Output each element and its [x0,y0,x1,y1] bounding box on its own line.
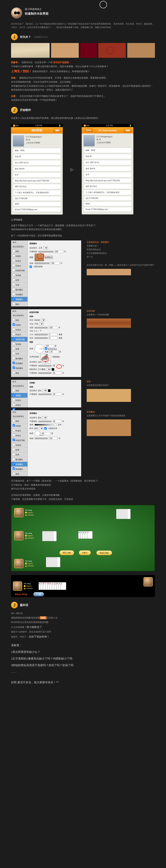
field-sex[interactable]: 性别 男 [84,154,132,159]
ps-style-item[interactable]: 内发光 [11,332,28,337]
ps-style-item[interactable]: 渐变叠加 [11,462,28,467]
ps-style-item[interactable]: 内发光 [11,263,28,268]
field-sex[interactable]: 性别 男 [13,154,61,159]
ps-panel-4-row: 样式 混合选项:默认 投影 内阴影 外发光 内发光 斜面和浮雕 等高线 纹理 光… [11,410,155,476]
ps-style-item[interactable]: 渐变叠加 [11,292,28,297]
ps-style-item[interactable]: 等高线 [11,273,28,278]
field-email[interactable]: Email 277081290@qq.com [84,207,132,212]
ps-style-item[interactable]: 纹理 [11,278,28,282]
field-car[interactable]: 车平 [84,172,132,177]
ps-style-item[interactable]: 投影 [11,318,28,322]
ps-style-item[interactable]: 外发光 [11,258,28,263]
gradient-picker[interactable] [35,424,53,426]
ps-style-item[interactable]: 颜色叠加 [11,356,28,361]
ps-style-item[interactable]: 内阴影 [11,254,28,258]
ps-style-item[interactable]: 光泽 [11,282,28,287]
footer-greeting: 好吧 废话不多说，祝大家新年快乐！^^ [11,681,155,684]
ps-style-item[interactable]: 渐变叠加 [11,361,28,366]
phone-navbar: Back My Information 编辑 [82,127,133,133]
author-avatar [11,7,22,19]
ps-style-item[interactable]: 内阴影 [11,393,28,398]
ps-style-item[interactable]: 图案叠加 [11,467,28,471]
ps-style-item[interactable]: 样式 [11,241,28,245]
ps-style-item[interactable]: 描边 [11,371,28,375]
ps-style-item[interactable]: 外发光 [11,398,28,403]
step1-text: 金盖字不要超过个文字，一个都不超过个行，数据尾图（这里度该会有软没个导导意了） … [11,224,155,231]
note2-title: 斜面浮雕 [87,309,155,313]
wood-sample-2 [51,43,79,58]
ps-style-item[interactable]: 内发光 [11,433,28,438]
edit-button[interactable]: 编辑 [53,128,61,132]
field-msn[interactable]: MSN [84,202,132,206]
angle-dial[interactable] [35,344,44,353]
ps-style-item[interactable]: 外发光 [11,428,28,433]
ps-style-item[interactable]: 图案叠加 [11,297,28,302]
ps-style-item[interactable]: 样式 [11,309,28,313]
ps-style-list: 样式 混合选项:默认 投影 内阴影 外发光 内发光 斜面和浮雕 [11,380,28,407]
ps-style-item[interactable]: 混合选项:默认 [11,384,28,388]
step1-text2: 除了一些必朋的答号情后，其它系要理需滤重新排版 [11,234,155,238]
note2-body: 这里要划一个高光和理解 [87,313,155,317]
field-birth[interactable]: 生日 1987-02-21 [13,160,61,165]
ps-style-item[interactable]: 混合选项:默认 [11,245,28,249]
ps-style-item[interactable]: 光泽 [11,351,28,356]
field-sign[interactable]: 签名 奥年年 [13,166,61,172]
opacity-input[interactable] [54,250,63,253]
ps-style-item[interactable]: 内阴影 [11,322,28,327]
field-birth[interactable]: 生日 1987-02-21 [84,160,132,165]
section-3-number: 3 [11,602,18,609]
ps-style-item[interactable]: 外发光 [11,327,28,332]
field-nick[interactable]: 昵称 MOE [13,148,61,153]
ps-style-item[interactable]: 光泽 [11,452,28,457]
field-email[interactable]: Email 277081290@qq.com [13,207,61,212]
blend-mode-select[interactable] [43,246,48,249]
ps-panel-3-row: 样式 混合选项:默认 投影 内阴影 外发光 内发光 斜面和浮雕 内阴影 结构 混… [11,380,155,407]
scale-input[interactable] [51,262,60,265]
field-msn[interactable]: MSN [13,202,61,206]
field-mail[interactable]: 个人简介 神马都是浮云、天生我财必有用 [13,190,61,195]
ps-style-item[interactable]: 纹理 [11,346,28,351]
ps-style-item[interactable]: 图案叠加 [11,366,28,371]
multiplier-badge: × 20 [33,592,44,596]
ps-style-item[interactable]: 描边 [11,302,28,307]
ps-style-item[interactable]: 颜色叠加 [11,287,28,292]
phone-comparison: 📶 Bell 4:20 PM 🔋 我的档案 编辑 Z-O Zhangpengyu… [11,124,155,215]
ps-style-item[interactable]: 投影 [11,249,28,254]
field-blog[interactable]: Blog http://user.qzone.qq.com/277081290 [13,179,61,183]
ps-style-item[interactable]: 内阴影 [11,424,28,428]
field-blog[interactable]: Blog http://user.qzone.qq.com/277081290 [84,178,132,183]
snap-origin-button[interactable]: 贴紧原点 [45,256,53,259]
ps-style-item[interactable]: 混合选项:默认 [11,313,28,318]
ps-style-item[interactable]: 斜面和浮雕 [11,337,28,342]
ps-style-item[interactable]: 描边 [11,471,28,476]
wood-sample-1 [11,43,49,58]
ps-style-item[interactable]: 纹理 [11,447,28,452]
ps-style-item[interactable]: 投影 [11,388,28,393]
field-sign[interactable]: 签名 奥年年 [84,166,132,171]
field-addr[interactable]: 城市 四川乐山 [13,184,61,189]
game-button-play[interactable]: Đánh Bài [96,551,112,555]
ps-style-item[interactable]: 颜色叠加 [11,457,28,462]
ps-style-item[interactable]: 斜面和浮雕 [11,438,28,443]
ps-style-item[interactable]: 等高线 [11,342,28,346]
ps-style-item[interactable]: 混合选项:默认 [11,414,28,419]
field-addr[interactable]: 城市 四川乐山 [84,184,132,189]
game-button-fold[interactable]: Bỏ Lượt [59,550,74,555]
ps-style-item[interactable]: 等高线 [11,443,28,447]
field-mail[interactable]: 个人简介 神马都是浮云、天生我财必有用 [84,190,132,195]
field-qq[interactable]: QQ 277081290 [13,196,61,201]
field-qq[interactable]: QQ 277081290 [84,196,132,200]
field-nick[interactable]: 昵称 MOE [84,148,132,153]
ps-style-item[interactable]: 斜面和浮雕 [11,268,28,273]
note3-body: 这里就是见的着出来如下 [87,383,155,387]
ps-style-item[interactable]: 样式 [11,380,28,384]
ps-style-item[interactable]: 样式 [11,410,28,414]
edit-button[interactable]: 编辑 [124,128,132,132]
field-car[interactable]: 车平 [13,172,61,178]
note1-body: 假需要注意？ 所用纹理的走向 市方向要图案用的前次 选一点 [87,244,155,259]
back-button[interactable]: Back [83,128,93,132]
game-button-hint[interactable]: Gợi ý [79,550,91,555]
ps-style-item[interactable]: 内发光 [11,403,28,407]
ps-style-item[interactable]: 投影 [11,419,28,424]
link-layer-checkbox[interactable] [30,266,32,268]
